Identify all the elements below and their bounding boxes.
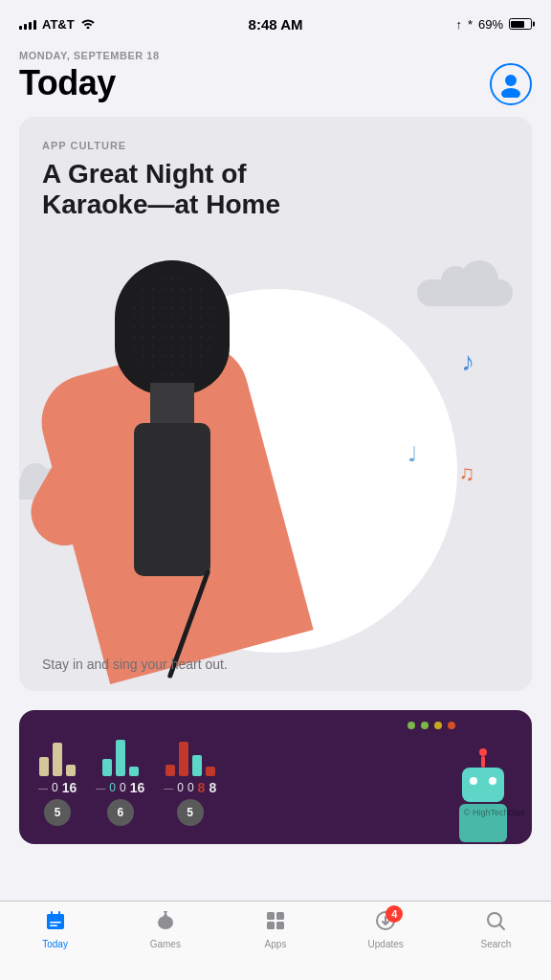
updates-icon-wrapper: 4 (374, 909, 397, 936)
score-val: 0 (109, 781, 116, 794)
bar (165, 765, 175, 776)
svg-rect-11 (276, 912, 284, 920)
card-text-content: APP CULTURE A Great Night of Karaoke—at … (19, 117, 532, 220)
location-icon: ↑ (455, 17, 462, 32)
bar (66, 765, 76, 776)
svg-rect-5 (58, 911, 60, 916)
score-val: 8 (198, 780, 206, 795)
score-line-3: — 0 0 8 8 (164, 780, 216, 795)
dot-4 (448, 722, 455, 729)
score-val: 0 (187, 781, 194, 794)
wifi-icon (80, 17, 96, 32)
today-icon (44, 909, 67, 936)
tab-bar: Today Games Apps (0, 901, 551, 980)
card-subtitle: Stay in and sing your heart out. (42, 657, 228, 672)
signal-bars (19, 18, 36, 30)
robot-figure (450, 748, 517, 844)
bar (39, 757, 49, 776)
battery-indicator (509, 18, 532, 30)
card-category-label: APP CULTURE (42, 140, 509, 151)
featured-card[interactable]: APP CULTURE A Great Night of Karaoke—at … (19, 117, 532, 691)
scoreboard-content: — 0 16 5 — 0 0 16 6 (19, 710, 532, 844)
bluetooth-icon: * (468, 17, 473, 32)
tab-today[interactable]: Today (0, 909, 110, 949)
score-val: 16 (130, 780, 145, 795)
status-left: AT&T (19, 17, 96, 32)
signal-bar-4 (33, 20, 36, 30)
svg-rect-10 (267, 912, 275, 920)
tab-games[interactable]: Games (110, 909, 220, 949)
score-col-2: — 0 0 16 6 (96, 728, 144, 826)
score-val: 8 (209, 780, 216, 795)
svg-rect-7 (50, 925, 57, 927)
tab-search[interactable]: Search (441, 909, 551, 949)
tab-games-label: Games (150, 939, 181, 949)
bar (102, 759, 112, 776)
updates-badge: 4 (386, 905, 403, 923)
page-title: Today (19, 63, 160, 103)
card-title: A Great Night of Karaoke—at Home (42, 159, 310, 220)
score-line-2: — 0 0 16 (96, 780, 144, 795)
bar (116, 740, 125, 776)
cloud-top-right (417, 279, 513, 306)
header-text-group: Monday, September 18 Today (19, 50, 160, 103)
tab-updates-label: Updates (368, 939, 404, 949)
bar (53, 743, 62, 776)
robot-antenna-ball (479, 748, 487, 756)
mic-head (115, 260, 230, 394)
tab-updates[interactable]: 4 Updates (331, 909, 441, 949)
score-line-1: — 0 16 (38, 780, 77, 795)
second-card-preview[interactable]: — 0 16 5 — 0 0 16 6 (19, 710, 532, 844)
robot-antenna (481, 756, 485, 768)
score-bars-2 (102, 728, 139, 776)
date-label: Monday, September 18 (19, 50, 160, 61)
score-bars-3 (165, 728, 215, 776)
svg-point-0 (505, 75, 517, 86)
battery-body (509, 18, 532, 30)
watermark: © HighTechDad (464, 808, 524, 817)
microphone-illustration (19, 260, 354, 662)
profile-avatar[interactable] (490, 63, 532, 105)
page-header: Monday, September 18 Today (19, 42, 532, 117)
games-icon (154, 909, 177, 936)
carrier-label: AT&T (42, 17, 75, 32)
battery-percent: 69% (478, 17, 503, 32)
signal-bar-1 (19, 26, 22, 30)
dots-row (408, 722, 455, 729)
mic-grille (129, 275, 215, 380)
dash-icon: — (164, 783, 173, 793)
status-time: 8:48 AM (249, 16, 303, 33)
dash-icon: — (38, 783, 48, 793)
robot-eye-left (470, 777, 477, 785)
score-badge-2: 6 (107, 799, 134, 826)
bar (179, 742, 188, 776)
tab-apps[interactable]: Apps (220, 909, 330, 949)
score-bars-1 (39, 728, 76, 776)
score-val: 0 (120, 781, 126, 794)
status-right: ↑ * 69% (455, 17, 532, 32)
tab-apps-label: Apps (265, 939, 287, 949)
score-badge-3: 5 (177, 799, 204, 826)
dot-3 (434, 722, 442, 729)
signal-bar-3 (29, 22, 32, 30)
music-note-blue-large: ♪ (461, 346, 474, 377)
svg-point-9 (164, 914, 167, 918)
mic-body (134, 423, 210, 576)
main-content: Monday, September 18 Today APP CULTURE A… (0, 42, 551, 940)
dash-icon: — (96, 783, 105, 793)
music-note-orange: ♫ (459, 461, 475, 486)
bar (129, 767, 139, 776)
score-badge-1: 5 (44, 799, 71, 826)
svg-rect-13 (276, 922, 284, 929)
robot-head (462, 768, 504, 802)
svg-rect-4 (51, 911, 53, 916)
score-val: 16 (62, 780, 77, 795)
signal-bar-2 (24, 24, 27, 30)
svg-point-8 (158, 916, 173, 929)
score-val: 0 (177, 781, 184, 794)
svg-rect-6 (50, 922, 61, 924)
apps-icon (264, 909, 287, 936)
score-col-1: — 0 16 5 (38, 728, 77, 826)
svg-point-1 (501, 88, 520, 98)
card-illustration: ♪ ♩ ♫ (19, 251, 532, 691)
